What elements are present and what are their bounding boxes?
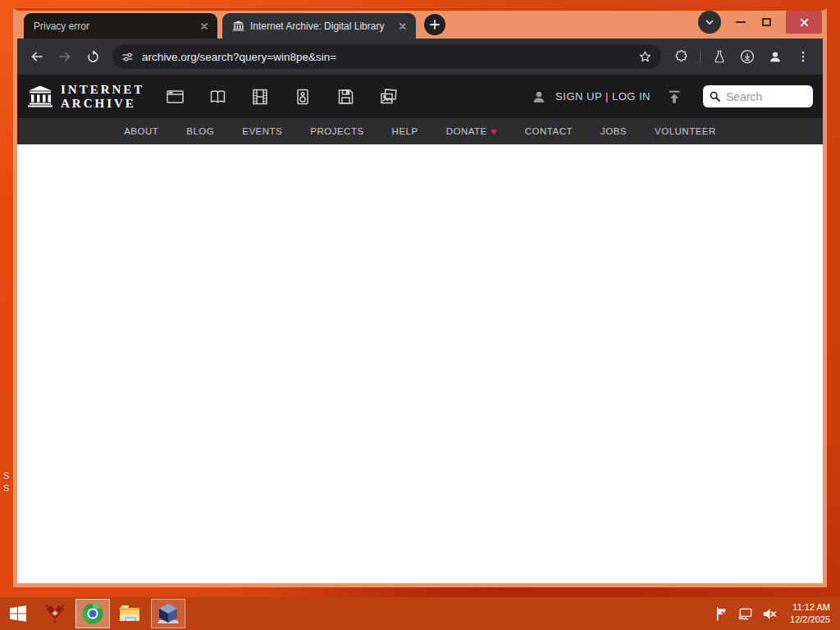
beaker-icon [712, 49, 727, 64]
nav-volunteer[interactable]: VOLUNTEER [655, 126, 716, 136]
maximize-icon [762, 18, 771, 26]
ia-header: INTERNET ARCHIVE [17, 75, 823, 118]
browser-toolbar: archive.org/search?query=win8pe&sin= [17, 39, 823, 75]
nav-projects[interactable]: PROJECTS [310, 126, 363, 136]
profile-button[interactable] [762, 43, 788, 70]
tab-privacy-error[interactable]: Privacy error [24, 13, 217, 39]
desktop-icon-label-fragment: S [3, 483, 9, 493]
file-explorer-taskbar-button[interactable] [113, 599, 148, 628]
signup-login-link[interactable]: SIGN UP | LOG IN [555, 90, 651, 103]
tab-title: Privacy error [34, 21, 191, 32]
new-tab-button[interactable] [424, 14, 445, 35]
download-icon [739, 48, 756, 65]
url-text: archive.org/search?query=win8pe&sin= [142, 51, 630, 63]
images-icon[interactable] [376, 84, 400, 109]
web-icon[interactable] [162, 84, 187, 109]
puzzle-icon [673, 49, 689, 65]
close-window-button[interactable] [786, 11, 822, 34]
taskbar-clock[interactable]: 11:12 AM 12/2/2025 [790, 601, 830, 626]
forward-button[interactable] [52, 43, 78, 70]
reload-icon [85, 49, 101, 65]
media-type-icons [162, 84, 400, 109]
system-tray: 11:12 AM 12/2/2025 [714, 601, 840, 626]
minimize-icon [736, 21, 746, 23]
start-button[interactable] [0, 597, 36, 630]
browser-menu-button[interactable] [790, 43, 816, 70]
upload-icon[interactable] [665, 88, 683, 106]
ia-search-box[interactable] [703, 85, 813, 107]
browser-window: Privacy error Internet Archive: Digital … [13, 8, 827, 587]
reload-button[interactable] [80, 43, 106, 70]
forward-icon [57, 48, 73, 65]
texts-icon[interactable] [205, 84, 230, 109]
back-button[interactable] [24, 43, 50, 70]
virtualbox-icon [156, 602, 180, 625]
volume-muted-icon[interactable] [761, 605, 778, 622]
profile-avatar-icon [767, 48, 783, 65]
bookmark-star-icon[interactable] [637, 49, 653, 65]
tab-title: Internet Archive: Digital Library [250, 21, 390, 32]
nav-donate[interactable]: DONATE♥ [446, 126, 497, 136]
plus-icon [429, 19, 441, 30]
toolbar-separator [700, 49, 701, 64]
tab-internet-archive[interactable]: Internet Archive: Digital Library [222, 13, 416, 39]
start-icon [8, 604, 28, 623]
ia-nav-bar: ABOUT BLOG EVENTS PROJECTS HELP DONATE♥ … [17, 118, 823, 144]
network-icon[interactable] [737, 605, 754, 622]
three-dot-menu-icon [796, 49, 810, 64]
address-bar[interactable]: archive.org/search?query=win8pe&sin= [112, 44, 661, 69]
red-app-taskbar-button[interactable] [38, 599, 72, 628]
nav-help[interactable]: HELP [392, 126, 418, 136]
nav-events[interactable]: EVENTS [242, 126, 282, 136]
ia-logo[interactable]: INTERNET ARCHIVE [27, 83, 144, 110]
extensions-button[interactable] [668, 43, 694, 70]
chrome-taskbar-button[interactable] [75, 599, 110, 628]
software-icon[interactable] [333, 84, 358, 109]
site-info-icon[interactable] [121, 50, 135, 64]
red-app-icon [43, 603, 66, 624]
nav-about[interactable]: ABOUT [124, 126, 158, 136]
ia-search-input[interactable] [726, 90, 807, 103]
file-explorer-icon [118, 603, 143, 624]
minimize-button[interactable] [733, 16, 749, 28]
person-icon [531, 89, 547, 105]
ia-logo-text: INTERNET ARCHIVE [61, 83, 144, 110]
taskbar: 11:12 AM 12/2/2025 [0, 597, 840, 630]
tab-strip: Privacy error Internet Archive: Digital … [17, 11, 823, 39]
tab-favicon-archive-icon [232, 21, 244, 31]
clock-date: 12/2/2025 [790, 614, 830, 626]
tab-close-icon[interactable] [395, 19, 409, 33]
nav-blog[interactable]: BLOG [186, 126, 214, 136]
back-icon [29, 48, 45, 65]
action-center-flag-icon[interactable] [714, 605, 730, 622]
virtualbox-taskbar-button[interactable] [151, 599, 185, 628]
page-content [17, 144, 823, 583]
desktop-icon-label-fragment: S [3, 471, 9, 481]
heart-icon: ♥ [491, 126, 497, 136]
nav-jobs[interactable]: JOBS [600, 126, 627, 136]
ia-building-icon [27, 85, 53, 107]
nav-contact[interactable]: CONTACT [525, 126, 573, 136]
chevron-down-icon [705, 17, 714, 27]
search-icon [709, 90, 721, 103]
tab-close-icon[interactable] [197, 19, 211, 33]
video-icon[interactable] [248, 84, 272, 109]
clock-time: 11:12 AM [790, 601, 830, 614]
audio-icon[interactable] [290, 84, 315, 109]
maximize-button[interactable] [760, 15, 773, 30]
close-icon [799, 17, 810, 28]
downloads-button[interactable] [734, 43, 760, 70]
chrome-icon [81, 602, 104, 625]
tab-search-button[interactable] [698, 11, 721, 34]
experiments-button[interactable] [706, 43, 733, 70]
window-controls [698, 8, 823, 36]
ia-header-right: SIGN UP | LOG IN [531, 85, 813, 107]
